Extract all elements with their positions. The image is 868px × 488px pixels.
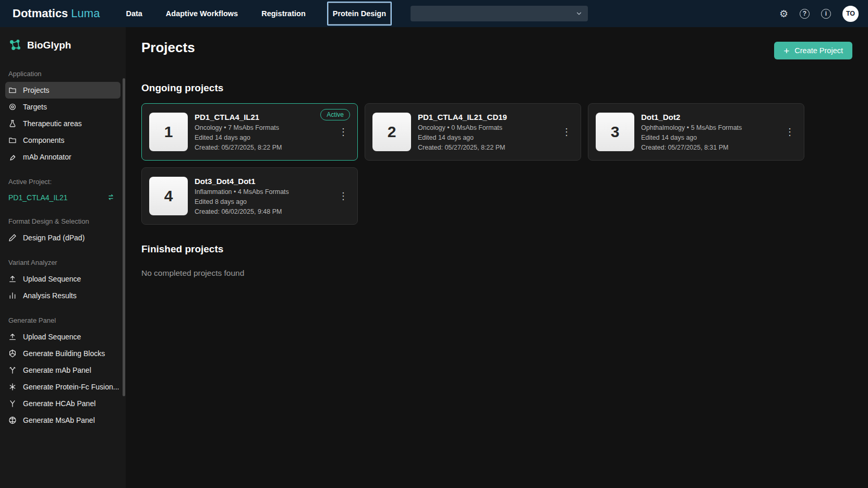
kebab-menu-icon[interactable]: ⋮ <box>333 124 353 140</box>
upload-icon <box>8 333 17 341</box>
sidebar-item-label: Generate MsAb Panel <box>23 416 95 424</box>
project-card-dot3-dot4-dot1[interactable]: 4 Dot3_Dot4_Dot1 Inflammation • 4 MsAbs … <box>141 167 358 225</box>
bioglyph-header: BioGlyph <box>8 39 118 52</box>
finished-projects-heading: Finished projects <box>141 243 852 255</box>
sidebar-item-label: Components <box>23 136 64 144</box>
section-label-generate-panel: Generate Panel <box>8 316 117 324</box>
sidebar-item-label: Upload Sequence <box>23 275 81 283</box>
sidebar-item-label: Targets <box>23 103 47 111</box>
project-edited: Edited 14 days ago <box>418 134 507 141</box>
sidebar-item-label: Analysis Results <box>23 291 77 300</box>
sidebar-item-label: Generate mAb Panel <box>23 366 91 374</box>
pen-icon <box>8 153 17 161</box>
project-card-pd1-ctla4-il21-cd19[interactable]: 2 PD1_CTLA4_IL21_CD19 Oncology • 0 MsAbs… <box>365 103 581 161</box>
kebab-menu-icon[interactable]: ⋮ <box>333 188 353 204</box>
sidebar-item-label: Design Pad (dPad) <box>23 234 85 242</box>
sidebar-item-generate-msab-panel[interactable]: Generate MsAb Panel <box>5 412 120 429</box>
nav-item-registration[interactable]: Registration <box>259 2 308 26</box>
plus-icon: + <box>783 46 789 56</box>
nav-item-protein-design[interactable]: Protein Design <box>327 2 392 26</box>
brand-primary: Dotmatics <box>13 7 68 20</box>
project-card-dot1-dot2[interactable]: 3 Dot1_Dot2 Ophthalmology • 5 MsAbs Form… <box>588 103 804 161</box>
project-number-tile: 4 <box>149 177 188 215</box>
projects-grid: 1 PD1_CTLA4_IL21 Oncology • 7 MsAbs Form… <box>141 103 852 225</box>
user-avatar[interactable]: TO <box>842 6 859 22</box>
sidebar-item-generate-protein-fc-fusion[interactable]: Generate Protein-Fc Fusion... <box>5 379 120 395</box>
page-title: Projects <box>141 40 195 56</box>
sidebar-item-generate-building-blocks[interactable]: Generate Building Blocks <box>5 345 120 362</box>
antibody-icon <box>8 399 17 408</box>
sidebar-scrollbar-track <box>123 27 125 488</box>
sidebar-item-projects[interactable]: Projects <box>5 82 120 99</box>
sidebar-item-label: Therapeutic areas <box>23 119 82 128</box>
sidebar-item-upload-sequence-variant[interactable]: Upload Sequence <box>5 271 120 287</box>
main-content: Projects + Create Project Ongoing projec… <box>126 27 868 488</box>
upload-icon <box>8 275 17 283</box>
project-card-pd1-ctla4-il21[interactable]: 1 PD1_CTLA4_IL21 Oncology • 7 MsAbs Form… <box>141 103 358 161</box>
active-project-label: Active Project: <box>8 178 117 186</box>
swap-project-icon[interactable] <box>106 193 115 202</box>
project-name: PD1_CTLA4_IL21 <box>195 113 282 121</box>
project-selector-dropdown[interactable] <box>411 6 588 21</box>
sidebar-item-mab-annotator[interactable]: mAb Annotator <box>5 149 120 165</box>
section-label-application: Application <box>8 70 117 78</box>
sidebar-item-label: mAb Annotator <box>23 153 71 161</box>
no-finished-projects-text: No completed projects found <box>141 269 852 278</box>
sidebar-item-generate-mab-panel[interactable]: Generate mAb Panel <box>5 362 120 379</box>
antibody-icon <box>8 366 17 374</box>
sidebar-item-label: Generate Protein-Fc Fusion... <box>23 383 119 391</box>
create-project-label: Create Project <box>794 46 843 55</box>
project-name: PD1_CTLA4_IL21_CD19 <box>418 113 507 121</box>
project-created: Created: 06/02/2025, 9:48 PM <box>195 208 289 215</box>
ongoing-projects-heading: Ongoing projects <box>141 82 852 94</box>
folder-icon <box>8 86 17 94</box>
sidebar-item-upload-sequence-generate[interactable]: Upload Sequence <box>5 328 120 345</box>
topbar: Dotmatics Luma Data Adaptive Workflows R… <box>0 0 868 27</box>
project-meta: Oncology • 0 MsAbs Formats <box>418 124 507 131</box>
flask-icon <box>8 119 17 128</box>
active-project-name: PD1_CTLA4_IL21 <box>8 193 68 202</box>
project-meta: Ophthalmology • 5 MsAbs Formats <box>641 124 742 131</box>
project-meta: Oncology • 7 MsAbs Formats <box>195 124 282 131</box>
project-number-tile: 3 <box>596 113 634 151</box>
folder-icon <box>8 136 17 144</box>
sidebar-item-components[interactable]: Components <box>5 132 120 149</box>
bar-chart-icon <box>8 291 17 300</box>
topbar-actions: ⚙ ? i TO <box>779 6 859 22</box>
fusion-icon <box>8 383 17 391</box>
sidebar-item-analysis-results[interactable]: Analysis Results <box>5 287 120 304</box>
section-label-variant-analyzer: Variant Analyzer <box>8 259 117 266</box>
app-name: BioGlyph <box>27 40 71 51</box>
sidebar-item-targets[interactable]: Targets <box>5 99 120 115</box>
active-project-row: PD1_CTLA4_IL21 <box>5 190 120 205</box>
nav-item-adaptive-workflows[interactable]: Adaptive Workflows <box>164 2 240 26</box>
hexagon-icon <box>8 349 17 358</box>
help-icon[interactable]: ? <box>800 9 810 19</box>
project-meta: Inflammation • 4 MsAbs Formats <box>195 188 289 196</box>
info-icon[interactable]: i <box>821 9 831 19</box>
sidebar-scrollbar-thumb[interactable] <box>123 78 125 396</box>
gear-icon[interactable]: ⚙ <box>779 9 788 19</box>
app-logo: Dotmatics Luma <box>13 7 100 20</box>
sidebar-item-label: Upload Sequence <box>23 333 81 341</box>
sidebar-item-label: Projects <box>23 86 50 94</box>
msab-icon <box>8 416 17 424</box>
sidebar-item-therapeutic-areas[interactable]: Therapeutic areas <box>5 115 120 132</box>
sidebar-item-label: Generate Building Blocks <box>23 349 105 358</box>
target-icon <box>8 103 17 111</box>
kebab-menu-icon[interactable]: ⋮ <box>557 124 576 140</box>
sidebar-item-design-pad[interactable]: Design Pad (dPad) <box>5 229 120 246</box>
pencil-icon <box>8 234 17 242</box>
kebab-menu-icon[interactable]: ⋮ <box>780 124 800 140</box>
project-edited: Edited 14 days ago <box>641 134 742 141</box>
project-edited: Edited 8 days ago <box>195 198 289 205</box>
nav-item-data[interactable]: Data <box>124 2 144 26</box>
section-label-format-design: Format Design & Selection <box>8 217 117 225</box>
sidebar-item-generate-hcab-panel[interactable]: Generate HCAb Panel <box>5 395 120 412</box>
project-name: Dot1_Dot2 <box>641 113 742 121</box>
project-name: Dot3_Dot4_Dot1 <box>195 177 289 186</box>
project-created: Created: 05/27/2025, 8:31 PM <box>641 144 742 151</box>
chevron-down-icon <box>575 10 583 17</box>
create-project-button[interactable]: + Create Project <box>774 42 852 59</box>
top-navigation: Data Adaptive Workflows Registration Pro… <box>124 0 392 27</box>
